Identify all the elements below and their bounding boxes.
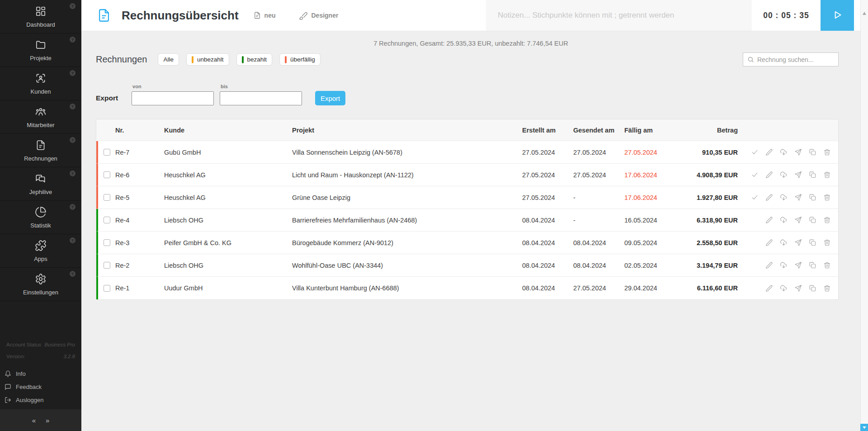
sidebar-item-projekte[interactable]: ?Projekte xyxy=(0,33,81,67)
action-download-icon[interactable] xyxy=(780,216,788,224)
scroll-up-icon[interactable] xyxy=(863,12,866,15)
action-duplicate-icon[interactable] xyxy=(809,239,816,246)
row-checkbox[interactable] xyxy=(104,194,110,201)
action-send-icon[interactable] xyxy=(794,284,802,292)
row-checkbox[interactable] xyxy=(104,217,110,223)
action-duplicate-icon[interactable] xyxy=(809,148,816,156)
invoice-gesendet-am: 08.04.2024 xyxy=(573,262,624,269)
sidebar-link-ausloggen[interactable]: Ausloggen xyxy=(5,393,81,407)
action-send-icon[interactable] xyxy=(794,171,802,179)
new-invoice-button[interactable]: neu xyxy=(253,11,276,19)
action-edit-icon[interactable] xyxy=(765,171,773,179)
account-status-label: Account Status xyxy=(6,339,41,350)
search-input[interactable] xyxy=(757,56,834,63)
help-icon[interactable]: ? xyxy=(70,137,75,143)
column-header-nr: Nr. xyxy=(115,127,164,134)
vertical-scrollbar[interactable] xyxy=(860,0,868,431)
help-icon[interactable]: ? xyxy=(70,3,75,9)
collapse-right-icon[interactable]: » xyxy=(46,417,49,424)
row-checkbox[interactable] xyxy=(104,149,110,156)
help-icon[interactable]: ? xyxy=(70,70,75,76)
action-duplicate-icon[interactable] xyxy=(809,171,816,179)
sidebar-link-feedback[interactable]: Feedback xyxy=(5,380,81,393)
help-icon[interactable]: ? xyxy=(70,104,75,109)
filter-chip-bezahlt[interactable]: bezahlt xyxy=(236,53,273,66)
help-icon[interactable]: ? xyxy=(70,171,75,176)
help-icon[interactable]: ? xyxy=(70,271,75,277)
action-edit-icon[interactable] xyxy=(765,216,773,224)
sidebar-item-mitarbeiter[interactable]: ?Mitarbeiter xyxy=(0,100,81,134)
action-send-icon[interactable] xyxy=(794,216,802,224)
sidebar-item-einstellungen[interactable]: ?Einstellungen xyxy=(0,268,81,301)
action-delete-icon[interactable] xyxy=(823,216,831,224)
sidebar-item-label: Mitarbeiter xyxy=(27,122,54,128)
row-actions xyxy=(738,194,838,201)
column-header-betrag: Betrag xyxy=(681,127,738,134)
export-from-input[interactable] xyxy=(132,91,214,105)
collapse-left-icon[interactable]: « xyxy=(32,417,36,424)
action-mark-paid-icon[interactable] xyxy=(751,148,759,156)
action-delete-icon[interactable] xyxy=(823,171,831,179)
action-duplicate-icon[interactable] xyxy=(809,284,816,292)
filter-chip-alle[interactable]: Alle xyxy=(158,53,179,66)
help-icon[interactable]: ? xyxy=(70,204,75,210)
timer-play-button[interactable] xyxy=(821,0,854,31)
action-send-icon[interactable] xyxy=(794,261,802,269)
notes-input[interactable] xyxy=(486,0,752,31)
filter-chip-berf-llig[interactable]: überfällig xyxy=(279,53,321,66)
help-icon[interactable]: ? xyxy=(70,37,75,43)
action-download-icon[interactable] xyxy=(780,261,788,269)
invoice-kunde: Heuschkel AG xyxy=(164,171,292,179)
action-download-icon[interactable] xyxy=(780,148,788,156)
action-download-icon[interactable] xyxy=(780,194,788,201)
row-checkbox[interactable] xyxy=(104,285,110,292)
row-checkbox[interactable] xyxy=(104,239,110,246)
action-download-icon[interactable] xyxy=(780,284,788,292)
action-delete-icon[interactable] xyxy=(823,148,831,156)
action-delete-icon[interactable] xyxy=(823,284,831,292)
sidebar-item-dashboard[interactable]: ?Dashboard xyxy=(0,0,81,33)
sidebar-item-kunden[interactable]: ?Kunden xyxy=(0,67,81,100)
action-mark-paid-icon[interactable] xyxy=(751,171,759,179)
action-duplicate-icon[interactable] xyxy=(809,261,816,269)
action-duplicate-icon[interactable] xyxy=(809,194,816,201)
action-download-icon[interactable] xyxy=(780,171,788,179)
designer-button[interactable]: Designer xyxy=(299,11,338,19)
action-send-icon[interactable] xyxy=(794,194,802,201)
action-delete-icon[interactable] xyxy=(823,194,831,201)
action-duplicate-icon[interactable] xyxy=(809,216,816,224)
filter-chip-unbezahlt[interactable]: unbezahlt xyxy=(186,53,229,66)
invoice-projekt: Villa Kunterbunt Hamburg (AN-6688) xyxy=(292,284,522,292)
action-edit-icon[interactable] xyxy=(765,239,773,246)
sidebar-link-label: Ausloggen xyxy=(16,397,43,403)
invoice-faellig-am: 16.05.2024 xyxy=(624,217,681,224)
action-delete-icon[interactable] xyxy=(823,261,831,269)
action-send-icon[interactable] xyxy=(794,239,802,246)
help-icon[interactable]: ? xyxy=(70,237,75,243)
sidebar-item-apps[interactable]: ?Apps xyxy=(0,234,81,268)
action-edit-icon[interactable] xyxy=(765,261,773,269)
action-edit-icon[interactable] xyxy=(765,284,773,292)
column-header-erstellt-am: Erstellt am xyxy=(522,127,573,134)
action-edit-icon[interactable] xyxy=(765,148,773,156)
sidebar-item-statistik[interactable]: ?Statistik xyxy=(0,201,81,234)
action-delete-icon[interactable] xyxy=(823,239,831,246)
action-edit-icon[interactable] xyxy=(765,194,773,201)
row-checkbox[interactable] xyxy=(104,171,110,178)
search-box xyxy=(743,52,839,66)
sidebar-item-rechnungen[interactable]: ?Rechnungen xyxy=(0,134,81,167)
action-download-icon[interactable] xyxy=(780,239,788,246)
export-from-group: von xyxy=(132,84,214,105)
table-header: Nr.KundeProjektErstellt amGesendet amFäl… xyxy=(96,119,838,141)
export-to-input[interactable] xyxy=(220,91,302,105)
export-button[interactable]: Export xyxy=(315,91,345,105)
invoice-nr: Re-6 xyxy=(115,171,164,179)
invoice-kunde: Heuschkel AG xyxy=(164,194,292,201)
scroll-down-icon[interactable] xyxy=(860,424,868,431)
sidebar-item-jephilive[interactable]: ?Jephilive xyxy=(0,167,81,201)
sidebar-link-info[interactable]: Info xyxy=(5,367,81,380)
action-send-icon[interactable] xyxy=(794,148,802,156)
action-mark-paid-icon[interactable] xyxy=(751,194,759,201)
invoice-erstellt-am: 08.04.2024 xyxy=(522,217,573,224)
row-checkbox[interactable] xyxy=(104,262,110,269)
